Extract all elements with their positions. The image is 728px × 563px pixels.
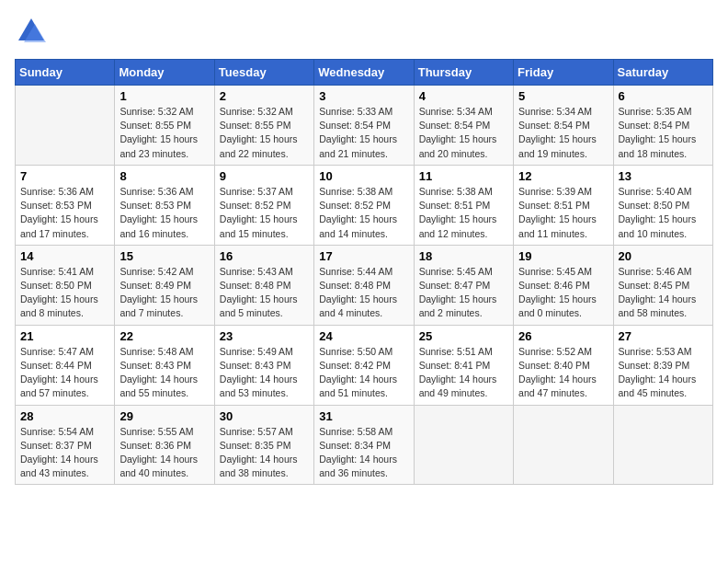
calendar-cell: [613, 405, 712, 485]
day-number: 11: [419, 169, 508, 183]
column-header-sunday: Sunday: [16, 60, 115, 86]
calendar-cell: 29 Sunrise: 5:55 AMSunset: 8:36 PMDaylig…: [115, 405, 214, 485]
column-header-tuesday: Tuesday: [214, 60, 313, 86]
day-number: 19: [518, 249, 608, 263]
day-info: Sunrise: 5:32 AMSunset: 8:55 PMDaylight:…: [220, 106, 298, 159]
calendar-cell: 28 Sunrise: 5:54 AMSunset: 8:37 PMDaylig…: [16, 405, 115, 485]
calendar-cell: 23 Sunrise: 5:49 AMSunset: 8:43 PMDaylig…: [214, 325, 313, 405]
calendar-cell: 2 Sunrise: 5:32 AMSunset: 8:55 PMDayligh…: [214, 86, 313, 166]
calendar-cell: 4 Sunrise: 5:34 AMSunset: 8:54 PMDayligh…: [414, 86, 513, 166]
calendar-cell: 8 Sunrise: 5:36 AMSunset: 8:53 PMDayligh…: [115, 165, 214, 245]
calendar-cell: 20 Sunrise: 5:46 AMSunset: 8:45 PMDaylig…: [613, 245, 712, 325]
day-info: Sunrise: 5:34 AMSunset: 8:54 PMDaylight:…: [419, 106, 497, 159]
day-number: 9: [220, 169, 309, 183]
column-header-thursday: Thursday: [414, 60, 513, 86]
calendar-cell: 17 Sunrise: 5:44 AMSunset: 8:48 PMDaylig…: [314, 245, 414, 325]
calendar-cell: 5 Sunrise: 5:34 AMSunset: 8:54 PMDayligh…: [514, 86, 613, 166]
day-number: 17: [319, 249, 408, 263]
day-info: Sunrise: 5:57 AMSunset: 8:35 PMDaylight:…: [220, 426, 298, 479]
day-info: Sunrise: 5:38 AMSunset: 8:52 PMDaylight:…: [319, 186, 397, 239]
day-number: 23: [220, 329, 309, 343]
calendar-cell: 9 Sunrise: 5:37 AMSunset: 8:52 PMDayligh…: [214, 165, 313, 245]
calendar-cell: 15 Sunrise: 5:42 AMSunset: 8:49 PMDaylig…: [115, 245, 214, 325]
day-info: Sunrise: 5:33 AMSunset: 8:54 PMDaylight:…: [319, 106, 397, 159]
calendar-week-row: 21 Sunrise: 5:47 AMSunset: 8:44 PMDaylig…: [16, 325, 713, 405]
day-info: Sunrise: 5:42 AMSunset: 8:49 PMDaylight:…: [119, 266, 198, 319]
day-info: Sunrise: 5:45 AMSunset: 8:46 PMDaylight:…: [518, 266, 597, 319]
calendar-table: SundayMondayTuesdayWednesdayThursdayFrid…: [15, 59, 713, 485]
day-number: 1: [119, 89, 209, 103]
day-number: 22: [119, 329, 209, 343]
day-number: 4: [419, 89, 508, 103]
day-number: 10: [319, 169, 408, 183]
day-info: Sunrise: 5:50 AMSunset: 8:42 PMDaylight:…: [319, 346, 397, 399]
day-number: 6: [619, 89, 708, 103]
calendar-cell: 7 Sunrise: 5:36 AMSunset: 8:53 PMDayligh…: [16, 165, 115, 245]
calendar-cell: [514, 405, 613, 485]
day-number: 21: [20, 329, 109, 343]
day-info: Sunrise: 5:36 AMSunset: 8:53 PMDaylight:…: [119, 186, 198, 239]
calendar-cell: 31 Sunrise: 5:58 AMSunset: 8:34 PMDaylig…: [314, 405, 414, 485]
calendar-cell: [414, 405, 513, 485]
day-number: 12: [518, 169, 608, 183]
calendar-cell: 22 Sunrise: 5:48 AMSunset: 8:43 PMDaylig…: [115, 325, 214, 405]
day-info: Sunrise: 5:41 AMSunset: 8:50 PMDaylight:…: [20, 266, 98, 319]
day-number: 25: [419, 329, 508, 343]
calendar-cell: 3 Sunrise: 5:33 AMSunset: 8:54 PMDayligh…: [314, 86, 414, 166]
day-number: 31: [319, 409, 408, 423]
day-info: Sunrise: 5:45 AMSunset: 8:47 PMDaylight:…: [419, 266, 497, 319]
calendar-week-row: 1 Sunrise: 5:32 AMSunset: 8:55 PMDayligh…: [16, 86, 713, 166]
day-number: 13: [619, 169, 708, 183]
calendar-cell: 1 Sunrise: 5:32 AMSunset: 8:55 PMDayligh…: [115, 86, 214, 166]
day-number: 7: [20, 169, 109, 183]
column-header-monday: Monday: [115, 60, 214, 86]
calendar-cell: 12 Sunrise: 5:39 AMSunset: 8:51 PMDaylig…: [514, 165, 613, 245]
day-number: 3: [319, 89, 408, 103]
day-info: Sunrise: 5:43 AMSunset: 8:48 PMDaylight:…: [220, 266, 298, 319]
calendar-cell: 18 Sunrise: 5:45 AMSunset: 8:47 PMDaylig…: [414, 245, 513, 325]
day-info: Sunrise: 5:34 AMSunset: 8:54 PMDaylight:…: [518, 106, 597, 159]
calendar-week-row: 14 Sunrise: 5:41 AMSunset: 8:50 PMDaylig…: [16, 245, 713, 325]
day-info: Sunrise: 5:46 AMSunset: 8:45 PMDaylight:…: [619, 266, 697, 319]
day-info: Sunrise: 5:58 AMSunset: 8:34 PMDaylight:…: [319, 426, 397, 479]
day-info: Sunrise: 5:48 AMSunset: 8:43 PMDaylight:…: [119, 346, 198, 399]
column-header-saturday: Saturday: [613, 60, 712, 86]
calendar-cell: 19 Sunrise: 5:45 AMSunset: 8:46 PMDaylig…: [514, 245, 613, 325]
calendar-cell: 13 Sunrise: 5:40 AMSunset: 8:50 PMDaylig…: [613, 165, 712, 245]
day-info: Sunrise: 5:47 AMSunset: 8:44 PMDaylight:…: [20, 346, 98, 399]
day-number: 24: [319, 329, 408, 343]
day-info: Sunrise: 5:38 AMSunset: 8:51 PMDaylight:…: [419, 186, 497, 239]
column-header-friday: Friday: [514, 60, 613, 86]
calendar-cell: 24 Sunrise: 5:50 AMSunset: 8:42 PMDaylig…: [314, 325, 414, 405]
day-number: 5: [518, 89, 608, 103]
day-number: 30: [220, 409, 309, 423]
calendar-week-row: 28 Sunrise: 5:54 AMSunset: 8:37 PMDaylig…: [16, 405, 713, 485]
day-number: 28: [20, 409, 109, 423]
day-number: 20: [619, 249, 708, 263]
day-number: 14: [20, 249, 109, 263]
day-number: 29: [119, 409, 209, 423]
calendar-cell: 25 Sunrise: 5:51 AMSunset: 8:41 PMDaylig…: [414, 325, 513, 405]
day-info: Sunrise: 5:40 AMSunset: 8:50 PMDaylight:…: [619, 186, 697, 239]
day-info: Sunrise: 5:39 AMSunset: 8:51 PMDaylight:…: [518, 186, 597, 239]
day-info: Sunrise: 5:55 AMSunset: 8:36 PMDaylight:…: [119, 426, 198, 479]
day-number: 8: [119, 169, 209, 183]
day-number: 27: [619, 329, 708, 343]
calendar-cell: 11 Sunrise: 5:38 AMSunset: 8:51 PMDaylig…: [414, 165, 513, 245]
day-number: 2: [220, 89, 309, 103]
calendar-cell: 27 Sunrise: 5:53 AMSunset: 8:39 PMDaylig…: [613, 325, 712, 405]
calendar-cell: 6 Sunrise: 5:35 AMSunset: 8:54 PMDayligh…: [613, 86, 712, 166]
calendar-cell: 14 Sunrise: 5:41 AMSunset: 8:50 PMDaylig…: [16, 245, 115, 325]
day-info: Sunrise: 5:49 AMSunset: 8:43 PMDaylight:…: [220, 346, 298, 399]
day-info: Sunrise: 5:32 AMSunset: 8:55 PMDaylight:…: [119, 106, 198, 159]
calendar-cell: [16, 86, 115, 166]
day-info: Sunrise: 5:54 AMSunset: 8:37 PMDaylight:…: [20, 426, 98, 479]
day-number: 15: [119, 249, 209, 263]
day-number: 16: [220, 249, 309, 263]
logo: [15, 15, 51, 48]
day-info: Sunrise: 5:35 AMSunset: 8:54 PMDaylight:…: [619, 106, 697, 159]
calendar-header-row: SundayMondayTuesdayWednesdayThursdayFrid…: [16, 60, 713, 86]
day-info: Sunrise: 5:53 AMSunset: 8:39 PMDaylight:…: [619, 346, 697, 399]
day-number: 26: [518, 329, 608, 343]
page-header: [15, 15, 713, 48]
